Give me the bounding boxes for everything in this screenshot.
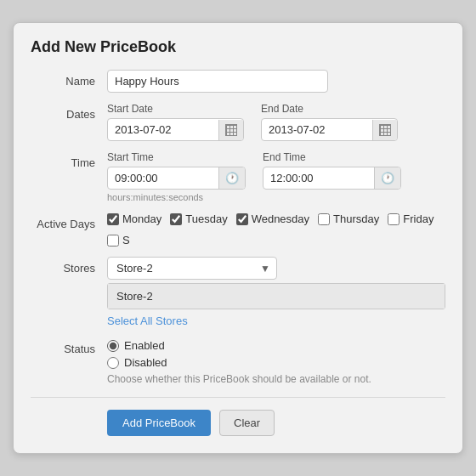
stores-list: Store-2 [107,283,445,309]
stores-select-wrap: Store-2 ▼ [107,257,277,280]
end-date-group: End Date [261,103,398,141]
name-label: Name [31,70,107,88]
status-disabled-radio-label[interactable]: Disabled [107,356,445,369]
calendar-icon-2 [379,124,391,136]
status-disabled-radio[interactable] [107,357,119,369]
start-date-input[interactable] [108,119,218,140]
name-input[interactable] [107,70,328,93]
clock-icon-2: 🕐 [381,172,394,184]
start-date-group: Start Date [107,103,244,141]
day-tuesday[interactable]: Tuesday [170,212,227,225]
thursday-checkbox[interactable] [318,213,330,225]
start-time-label: Start Time [107,151,246,163]
status-hint: Choose whether this PriceBook should be … [107,373,445,385]
wednesday-label: Wednesday [252,212,309,225]
dates-row: Dates Start Date End Date [31,103,445,141]
day-monday[interactable]: Monday [107,212,162,225]
end-time-input[interactable] [264,167,374,189]
wednesday-checkbox[interactable] [236,213,248,225]
start-time-clock-button[interactable]: 🕐 [218,167,245,189]
end-date-input[interactable] [262,119,372,140]
day-friday[interactable]: Friday [388,212,434,225]
friday-label: Friday [403,212,434,225]
start-date-label: Start Date [107,103,244,115]
end-time-clock-button[interactable]: 🕐 [374,167,400,189]
status-disabled-label: Disabled [124,356,167,369]
time-label: Time [31,151,107,169]
dates-content: Start Date End Date [107,103,445,141]
end-date-calendar-button[interactable] [372,120,397,140]
time-inner: Start Time 🕐 End Time 🕐 [107,151,445,190]
active-days-label: Active Days [31,212,107,230]
saturday-label: S [122,234,130,246]
day-thursday[interactable]: Thursday [318,212,379,225]
monday-checkbox[interactable] [107,213,119,225]
stores-select[interactable]: Store-2 [107,257,277,280]
active-days-row: Active Days Monday Tuesday Wednesday Thu… [31,212,445,246]
tuesday-checkbox[interactable] [170,213,182,225]
start-date-calendar-button[interactable] [218,120,243,140]
time-row: Time Start Time 🕐 End Time [31,151,445,202]
form-divider [31,397,445,398]
start-date-wrap [107,118,244,141]
end-time-label: End Time [263,151,401,163]
end-time-group: End Time 🕐 [263,151,401,190]
monday-label: Monday [122,212,162,225]
calendar-icon [225,124,237,136]
stores-row: Stores Store-2 ▼ Store-2 Select All Stor… [31,257,445,327]
active-days-content: Monday Tuesday Wednesday Thursday Friday [107,212,445,246]
stores-content: Store-2 ▼ Store-2 Select All Stores [107,257,445,327]
status-enabled-radio[interactable] [107,340,119,352]
select-all-stores-link[interactable]: Select All Stores [107,314,445,327]
tuesday-label: Tuesday [185,212,227,225]
start-time-group: Start Time 🕐 [107,151,246,190]
saturday-checkbox[interactable] [107,235,119,246]
end-date-wrap [261,118,398,141]
store-list-item: Store-2 [108,284,445,309]
time-content: Start Time 🕐 End Time 🕐 [107,151,445,202]
thursday-label: Thursday [333,212,379,225]
end-time-wrap: 🕐 [263,167,401,190]
status-enabled-label: Enabled [124,339,165,352]
time-hint: hours:minutes:seconds [107,192,445,202]
name-content [107,70,445,93]
modal-title: Add New PriceBook [31,38,445,56]
status-content: Enabled Disabled Choose whether this Pri… [107,337,445,385]
button-row: Add PriceBook Clear [31,410,445,436]
status-enabled-radio-label[interactable]: Enabled [107,339,445,352]
start-time-wrap: 🕐 [107,167,246,190]
days-checkboxes: Monday Tuesday Wednesday Thursday Friday [107,212,445,246]
end-date-label: End Date [261,103,398,115]
friday-checkbox[interactable] [388,213,400,225]
stores-label: Stores [31,257,107,275]
day-wednesday[interactable]: Wednesday [236,212,309,225]
status-label: Status [31,337,107,355]
day-saturday[interactable]: S [107,234,130,246]
start-time-input[interactable] [108,167,218,189]
dates-inner: Start Date End Date [107,103,445,141]
name-row: Name [31,70,445,93]
clock-icon: 🕐 [225,172,239,184]
clear-button[interactable]: Clear [219,410,275,436]
modal-container: Add New PriceBook Name Dates Start Date [13,22,463,454]
status-row: Status Enabled Disabled Choose whether t… [31,337,445,385]
add-pricebook-button[interactable]: Add PriceBook [107,410,211,436]
dates-label: Dates [31,103,107,121]
